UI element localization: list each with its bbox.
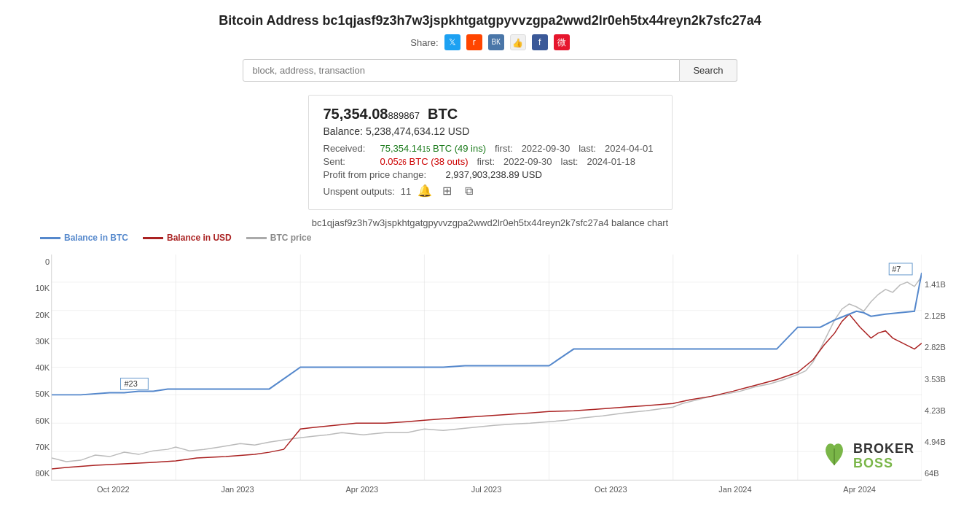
received-label: Received: <box>324 143 375 154</box>
page-title: Bitcoin Address bc1qjasf9z3h7w3jspkhtgat… <box>0 0 980 34</box>
unspent-row: Unspent outputs: 11 🔔 ⊞ ⧉ <box>324 183 657 199</box>
legend-btc: Balance in BTC <box>40 233 128 243</box>
x-label-oct2023: Oct 2023 <box>549 485 673 494</box>
reddit-icon[interactable]: r <box>466 34 482 50</box>
weibo-icon[interactable]: 微 <box>554 34 570 50</box>
chart-title: bc1qjasf9z3h7w3jspkhtgatgpyvvzgpa2wwd2lr… <box>0 217 980 228</box>
search-button[interactable]: Search <box>680 59 737 82</box>
received-first-label: first: <box>495 143 513 154</box>
brand-logo: BROKER BOSS <box>820 440 914 473</box>
chart-container: 80K 70K 60K 50K 40K 30K 20K 10K 0 64B 4.… <box>15 247 965 510</box>
share-label: Share: <box>410 37 438 48</box>
received-row: Received: 75,354.1415 BTC (49 ins) first… <box>324 143 657 154</box>
balance-usd: Balance: 5,238,474,634.12 USD <box>324 125 657 137</box>
y-axis-right: 64B 4.94B 4.23B 3.53B 2.82B 2.12B 1.41B <box>922 255 965 481</box>
sent-row: Sent: 0.0526 BTC (38 outs) first: 2022-0… <box>324 156 657 167</box>
x-label-oct2022: Oct 2022 <box>51 485 176 494</box>
twitter-icon[interactable]: 𝕏 <box>444 34 460 50</box>
profit-value: 2,937,903,238.89 USD <box>446 169 542 180</box>
svg-text:#7: #7 <box>892 265 901 273</box>
x-label-jan2024: Jan 2024 <box>673 485 798 494</box>
x-axis: Oct 2022 Jan 2023 Apr 2023 Jul 2023 Oct … <box>51 481 922 510</box>
sent-first-date: 2022-09-30 <box>503 156 552 167</box>
profit-row: Profit from price change: 2,937,903,238.… <box>324 169 657 180</box>
brand-text: BROKER BOSS <box>853 442 914 471</box>
svg-text:#23: #23 <box>125 379 138 388</box>
copy-icon[interactable]: ⧉ <box>460 183 477 199</box>
sent-last-label: last: <box>561 156 579 167</box>
chart-legend: Balance in BTC Balance in USD BTC price <box>40 233 980 243</box>
sent-value: 0.0526 BTC (38 outs) <box>380 156 469 167</box>
x-label-jul2023: Jul 2023 <box>424 485 549 494</box>
received-first-date: 2022-09-30 <box>522 143 571 154</box>
sent-last-date: 2024-01-18 <box>587 156 635 167</box>
balance-btc: 75,354.08889867 BTC <box>324 106 657 123</box>
search-input[interactable] <box>243 59 680 82</box>
vk-icon[interactable]: ВК <box>488 34 504 50</box>
info-box: 75,354.08889867 BTC Balance: 5,238,474,6… <box>308 95 673 210</box>
legend-price: BTC price <box>246 233 312 243</box>
facebook-icon[interactable]: f <box>532 34 548 50</box>
sent-label: Sent: <box>324 156 375 167</box>
received-last-date: 2024-04-01 <box>605 143 654 154</box>
brand-icon <box>820 440 849 473</box>
received-last-label: last: <box>579 143 596 154</box>
share-bar: Share: 𝕏 r ВК 👍 f 微 <box>0 34 980 50</box>
like-icon[interactable]: 👍 <box>510 34 526 50</box>
x-label-apr2023: Apr 2023 <box>299 485 424 494</box>
x-label-apr2024: Apr 2024 <box>797 485 922 494</box>
y-axis-left: 80K 70K 60K 50K 40K 30K 20K 10K 0 <box>15 255 51 481</box>
legend-usd: Balance in USD <box>143 233 232 243</box>
search-bar: Search <box>0 59 980 82</box>
bell-icon[interactable]: 🔔 <box>417 183 433 199</box>
qr-icon[interactable]: ⊞ <box>439 183 455 199</box>
profit-label: Profit from price change: <box>324 169 440 180</box>
sent-first-label: first: <box>477 156 495 167</box>
received-value: 75,354.1415 BTC (49 ins) <box>380 143 487 154</box>
chart-area: #23 #7 <box>51 255 922 481</box>
x-label-jan2023: Jan 2023 <box>176 485 300 494</box>
